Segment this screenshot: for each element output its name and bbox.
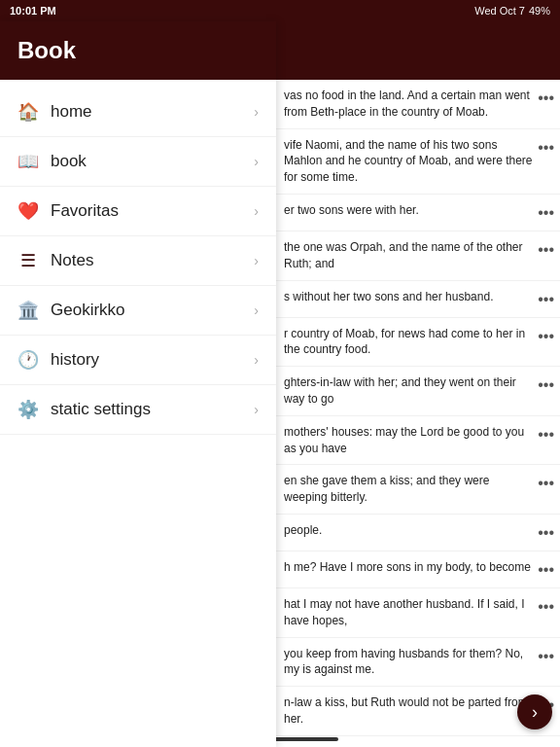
menu-icon-notes: ☰ [18,250,39,271]
verse-row: er two sons were with her. ••• [276,195,560,231]
menu-label-home: home [51,102,92,122]
status-bar: 10:01 PM Wed Oct 7 49% [0,0,560,21]
content-header [276,21,560,80]
sidebar-header: Book [0,21,276,80]
verse-row: hat I may not have another husband. If I… [276,588,560,638]
menu-label-history: history [51,350,99,370]
menu-icon-home: 🏠 [18,101,39,123]
status-time: 10:01 PM [10,5,56,17]
verse-menu-dots[interactable]: ••• [538,137,554,157]
fab-button[interactable]: › [517,694,552,729]
menu-label-favoritas: Favoritas [51,201,119,221]
status-right: Wed Oct 7 49% [474,5,550,17]
verse-menu-dots[interactable]: ••• [538,326,554,345]
verse-row: the one was Orpah, and the name of the o… [276,231,560,281]
sidebar-item-notes[interactable]: ☰ Notes › [0,236,276,286]
verse-text: r country of Moab, for news had come to … [284,326,538,359]
verse-row: people. ••• [276,515,560,551]
menu-icon-favoritas: ❤️ [18,200,39,222]
sidebar: Book 🏠 home › 📖 book › ❤️ Favoritas › ☰ … [0,21,276,747]
verse-text: the one was Orpah, and the name of the o… [284,239,538,272]
sidebar-title: Book [18,37,76,64]
menu-icon-geokirkko: 🏛️ [18,300,39,321]
menu-chevron-favoritas: › [254,203,259,219]
sidebar-item-favoritas[interactable]: ❤️ Favoritas › [0,187,276,236]
menu-chevron-geokirkko: › [254,302,259,318]
menu-chevron-home: › [254,104,259,120]
verse-row: en she gave them a kiss; and they were w… [276,465,560,515]
menu-label-notes: Notes [51,251,93,270]
sidebar-item-geokirkko[interactable]: 🏛️ Geokirkko › [0,286,276,336]
verse-text: s without her two sons and her husband. [284,289,538,305]
content-area: vas no food in the land. And a certain m… [276,21,560,747]
verse-menu-dots[interactable]: ••• [538,374,554,394]
verse-row: vife Naomi, and the name of his two sons… [276,129,560,195]
status-date: Wed Oct 7 [474,5,525,17]
verse-menu-dots[interactable]: ••• [538,424,554,444]
verse-menu-dots[interactable]: ••• [538,522,554,542]
menu-chevron-notes: › [254,253,259,268]
verse-text: mothers' houses: may the Lord be good to… [284,424,538,457]
verse-text: you keep from having husbands for them? … [284,646,538,679]
sidebar-item-book[interactable]: 📖 book › [0,137,276,187]
content-scroll[interactable]: vas no food in the land. And a certain m… [276,80,560,747]
sidebar-item-settings[interactable]: ⚙️ static settings › [0,385,276,435]
verse-text: vife Naomi, and the name of his two sons… [284,137,538,186]
sidebar-menu: 🏠 home › 📖 book › ❤️ Favoritas › ☰ Notes… [0,80,276,747]
status-battery: 49% [529,5,550,17]
verse-row: s without her two sons and her husband. … [276,281,560,318]
sidebar-item-history[interactable]: 🕐 history › [0,336,276,385]
verse-text: vas no food in the land. And a certain m… [284,88,538,121]
verse-menu-dots[interactable]: ••• [538,596,554,616]
menu-label-settings: static settings [51,400,151,419]
verse-row: mothers' houses: may the Lord be good to… [276,416,560,466]
verse-menu-dots[interactable]: ••• [538,646,554,665]
verse-menu-dots[interactable]: ••• [538,289,554,308]
menu-item-left-favoritas: ❤️ Favoritas [18,200,119,222]
menu-item-left-geokirkko: 🏛️ Geokirkko [18,300,125,321]
verse-row: you keep from having husbands for them? … [276,638,560,688]
menu-chevron-history: › [254,352,259,368]
verse-menu-dots[interactable]: ••• [538,88,554,107]
sidebar-item-home[interactable]: 🏠 home › [0,88,276,137]
menu-label-book: book [51,152,87,171]
verse-text: people. [284,522,538,539]
verse-text: n-law a kiss, but Ruth would not be part… [284,694,538,728]
verse-menu-dots[interactable]: ••• [538,239,554,259]
main-container: Book 🏠 home › 📖 book › ❤️ Favoritas › ☰ … [0,21,560,747]
menu-icon-book: 📖 [18,151,39,172]
verse-menu-dots[interactable]: ••• [538,473,554,492]
menu-item-left-settings: ⚙️ static settings [18,399,151,420]
menu-icon-settings: ⚙️ [18,399,39,420]
verse-text: ghters-in-law with her; and they went on… [284,374,538,408]
menu-chevron-settings: › [254,402,259,417]
menu-icon-history: 🕐 [18,349,39,371]
menu-label-geokirkko: Geokirkko [51,301,125,320]
verse-text: er two sons were with her. [284,202,538,219]
verse-row: r country of Moab, for news had come to … [276,318,560,368]
verse-menu-dots[interactable]: ••• [538,559,554,579]
verse-row: h me? Have I more sons in my body, to be… [276,551,560,588]
menu-chevron-book: › [254,154,259,169]
verse-text: h me? Have I more sons in my body, to be… [284,559,538,576]
verse-row: ghters-in-law with her; and they went on… [276,367,560,416]
menu-item-left-history: 🕐 history [18,349,99,371]
menu-item-left-notes: ☰ Notes [18,250,93,271]
verse-menu-dots[interactable]: ••• [538,202,554,222]
verse-text: hat I may not have another husband. If I… [284,596,538,629]
verse-row: vas no food in the land. And a certain m… [276,80,560,129]
menu-item-left-home: 🏠 home [18,101,92,123]
fab-icon: › [532,702,538,723]
verse-text: en she gave them a kiss; and they were w… [284,473,538,506]
menu-item-left-book: 📖 book [18,151,87,172]
